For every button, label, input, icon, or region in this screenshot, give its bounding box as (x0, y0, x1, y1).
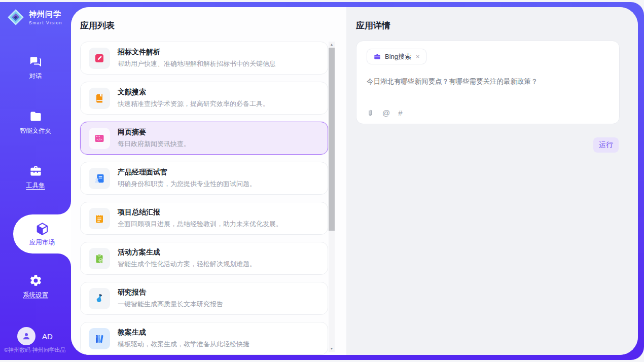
brand-name: 神州问学 (29, 10, 62, 19)
app-card-text: 网页摘要 每日政府新闻资讯快查。 (118, 128, 190, 149)
sidebar-item-toolkit[interactable]: 工具集 (0, 164, 71, 190)
mention-icon[interactable]: @ (382, 108, 390, 117)
app-name: 活动方案生成 (118, 248, 256, 257)
app-card-text: 活动方案生成 智能生成个性化活动方案，轻松解决规划难题。 (118, 248, 256, 269)
toolbox-icon (29, 164, 43, 178)
question-input[interactable]: 今日湖北有哪些新闻要点？有哪些需要关注的最新政策？ (367, 77, 609, 87)
sidebar-item-label: 智能文件夹 (20, 127, 52, 135)
browser-code-icon: </> (94, 133, 105, 144)
book-icon (94, 93, 105, 104)
user-account[interactable]: AD (17, 327, 53, 345)
brand-logo: 神州问学 Smart Vision (7, 8, 62, 26)
app-card-bid-parse[interactable]: 招标文件解析 帮助用户快速、准确地理解和解析招标书中的关键信息 (80, 42, 328, 75)
sidebar-item-label: 工具集 (26, 182, 45, 190)
gear-icon (29, 274, 43, 287)
app-icon-box: </> (89, 128, 110, 149)
app-card-project-summary[interactable]: 项目总结汇报 全面回顾项目进展，总结经验教训，助力未来优化发展。 (80, 202, 328, 235)
app-name: 招标文件解析 (118, 48, 276, 57)
sidebar-item-chat[interactable]: 对话 (0, 55, 71, 81)
sidebar-item-smart-folder[interactable]: 智能文件夹 (0, 110, 71, 135)
scrollbar-thumb[interactable] (329, 48, 335, 231)
app-card-text: 招标文件解析 帮助用户快速、准确地理解和解析招标书中的关键信息 (118, 48, 276, 68)
app-card-lesson-plan[interactable]: 教案生成 模板驱动，教案生成，教学准备从此轻松快捷 (80, 322, 328, 355)
cube-icon (35, 222, 50, 236)
app-card-text: 项目总结汇报 全面回顾项目进展，总结经验教训，助力未来优化发展。 (118, 208, 282, 229)
tool-tag-bing-search[interactable]: Bing搜索 × (367, 49, 426, 64)
app-icon-box (89, 88, 110, 109)
app-detail-panel: 应用详情 Bing搜索 × 今日湖北有哪些新闻要点？有哪些需要关注的最新政策？ … (346, 7, 638, 355)
app-desc: 明确身份和职责，为您提供专业性的面试问题。 (118, 179, 256, 189)
app-list-scrollbar[interactable]: ▲ ▼ (329, 42, 335, 352)
pen-square-icon (94, 53, 105, 64)
paperclip-icon[interactable] (366, 108, 374, 117)
tag-close-icon[interactable]: × (416, 53, 420, 60)
app-list-panel: 应用列表 招标文件解析 帮助用户快速、准确地理解和解析招标书中的关键信息 (71, 7, 346, 355)
app-desc: 快速精准查找学术资源，提高研究效率的必备工具。 (118, 99, 269, 108)
app-card-text: 文献搜索 快速精准查找学术资源，提高研究效率的必备工具。 (118, 88, 269, 108)
svg-text:</>: </> (97, 137, 102, 140)
app-window: 神州问学 Smart Vision 对话 智能文件夹 工具集 (0, 0, 644, 362)
prompt-card: Bing搜索 × 今日湖北有哪些新闻要点？有哪些需要关注的最新政策？ @ # (356, 41, 620, 124)
brand-subtitle: Smart Vision (29, 20, 62, 25)
person-icon (21, 331, 31, 341)
app-icon-box (89, 168, 110, 189)
ink-flask-icon (94, 293, 105, 304)
copyright-text: ©神州数码·神州问学出品 (4, 346, 66, 354)
attachment-toolbar: @ # (366, 108, 403, 117)
app-card-text: 教案生成 模板驱动，教案生成，教学准备从此轻松快捷 (118, 328, 249, 349)
app-icon-box (89, 248, 110, 269)
app-name: 网页摘要 (118, 128, 190, 137)
folder-icon (29, 110, 43, 123)
app-card-text: 研究报告 一键智能生成高质量长文本研究报告 (118, 288, 223, 309)
app-desc: 一键智能生成高质量长文本研究报告 (118, 300, 223, 309)
app-icon-box (89, 48, 110, 69)
app-card-research-report[interactable]: 研究报告 一键智能生成高质量长文本研究报告 (80, 282, 328, 315)
app-name: 文献搜索 (118, 88, 269, 97)
tool-tag-label: Bing搜索 (385, 52, 411, 61)
scroll-down-icon[interactable]: ▼ (329, 346, 335, 352)
app-list: 招标文件解析 帮助用户快速、准确地理解和解析招标书中的关键信息 文献搜索 (80, 42, 328, 355)
app-name: 产品经理面试官 (118, 168, 256, 177)
app-list-title: 应用列表 (80, 20, 115, 31)
sidebar-item-settings[interactable]: 系统设置 (0, 274, 71, 300)
selected-tab-fillet-top (58, 201, 71, 214)
app-name: 项目总结汇报 (118, 208, 282, 217)
run-button[interactable]: 运行 (593, 137, 619, 153)
app-card-web-summary[interactable]: </> 网页摘要 每日政府新闻资讯快查。 (80, 122, 328, 155)
app-desc: 全面回顾项目进展，总结经验教训，助力未来优化发展。 (118, 220, 282, 229)
app-detail-title: 应用详情 (356, 20, 390, 31)
scroll-up-icon[interactable]: ▲ (329, 42, 335, 48)
clipboard-check-icon (94, 253, 105, 264)
app-card-pm-interviewer[interactable]: 产品经理面试官 明确身份和职责，为您提供专业性的面试问题。 (80, 162, 328, 195)
app-card-text: 产品经理面试官 明确身份和职责，为您提供专业性的面试问题。 (118, 168, 256, 189)
app-icon-box (89, 288, 110, 309)
app-name: 研究报告 (118, 288, 223, 297)
selected-tab-fillet-bottom (58, 254, 71, 267)
app-card-event-plan[interactable]: 活动方案生成 智能生成个性化活动方案，轻松解决规划难题。 (80, 242, 328, 275)
user-initials: AD (42, 332, 53, 341)
sidebar-item-label: 系统设置 (23, 291, 48, 300)
app-name: 教案生成 (118, 328, 249, 337)
app-icon-box (89, 328, 110, 349)
sidebar-item-label: 对话 (29, 72, 42, 81)
app-desc: 智能生成个性化活动方案，轻松解决规划难题。 (118, 260, 256, 269)
app-icon-box (89, 208, 110, 229)
app-desc: 帮助用户快速、准确地理解和解析招标书中的关键信息 (118, 59, 276, 68)
sidebar: 神州问学 Smart Vision 对话 智能文件夹 工具集 (0, 0, 71, 362)
diamond-gem-icon (7, 8, 25, 26)
briefcase-icon (373, 53, 381, 61)
sidebar-item-app-market[interactable]: 应用市场 (13, 214, 71, 254)
interviewer-doc-icon (94, 173, 105, 184)
brand-text: 神州问学 Smart Vision (29, 10, 62, 25)
hashtag-icon[interactable]: # (398, 108, 402, 117)
main-content: 应用列表 招标文件解析 帮助用户快速、准确地理解和解析招标书中的关键信息 (71, 7, 638, 355)
avatar (17, 327, 35, 345)
app-desc: 模板驱动，教案生成，教学准备从此轻松快捷 (118, 340, 249, 349)
app-desc: 每日政府新闻资讯快查。 (118, 139, 190, 149)
app-card-literature-search[interactable]: 文献搜索 快速精准查找学术资源，提高研究效率的必备工具。 (80, 82, 328, 115)
notepad-icon (94, 213, 105, 224)
chat-icon (29, 55, 43, 68)
sidebar-item-label: 应用市场 (29, 238, 55, 247)
books-icon (94, 333, 105, 344)
